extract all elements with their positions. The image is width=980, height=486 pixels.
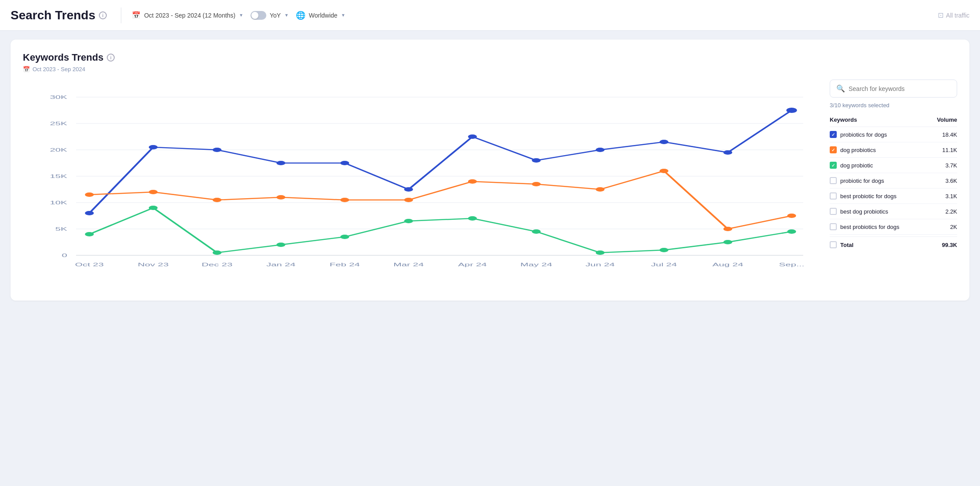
date-dropdown-arrow: ▼: [239, 13, 243, 18]
svg-text:Aug 24: Aug 24: [712, 262, 744, 268]
keywords-selected-count: 3/10 keywords selected: [830, 102, 957, 109]
keyword-search-box[interactable]: 🔍: [830, 80, 957, 98]
keyword-checkbox[interactable]: ✓: [830, 131, 837, 138]
header-controls: 📅 Oct 2023 - Sep 2024 (12 Months) ▼ YoY …: [132, 11, 969, 20]
orange-dot: [213, 198, 221, 202]
keyword-name: dog probiotics: [840, 147, 876, 153]
keyword-volume: 3.6K: [945, 178, 957, 184]
keyword-checkbox[interactable]: ✓: [830, 146, 837, 153]
yoy-toggle-switch[interactable]: [250, 11, 266, 20]
green-dot: [468, 216, 477, 221]
date-range-button[interactable]: 📅 Oct 2023 - Sep 2024 (12 Months) ▼: [132, 11, 243, 19]
svg-text:Mar 24: Mar 24: [393, 262, 424, 268]
blue-dot: [660, 140, 668, 144]
orange-dot: [276, 195, 285, 199]
total-label: Total: [840, 242, 853, 248]
svg-text:May 24: May 24: [520, 262, 552, 268]
svg-text:10K: 10K: [50, 200, 67, 206]
svg-text:30K: 30K: [50, 94, 67, 100]
keyword-volume: 18.4K: [942, 131, 957, 138]
keywords-table: Keywords Volume ✓ probiotics for dogs 18…: [830, 114, 957, 250]
card-title: Keywords Trends i: [23, 52, 957, 63]
card-info-icon[interactable]: i: [107, 54, 115, 62]
keywords-list: ✓ probiotics for dogs 18.4K ✓ dog probio…: [830, 127, 957, 235]
blue-dot-last: [786, 108, 797, 113]
blue-dot: [468, 134, 477, 139]
orange-dot: [723, 227, 732, 231]
card-subtitle: 📅 Oct 2023 - Sep 2024: [23, 66, 957, 73]
svg-text:Nov 23: Nov 23: [138, 262, 168, 268]
svg-text:5K: 5K: [55, 226, 68, 232]
header-divider: [121, 7, 121, 23]
keyword-left: ✓ probiotics for dogs: [830, 131, 887, 138]
keyword-volume: 2.2K: [945, 208, 957, 215]
keyword-row: best probiotics for dogs 2K: [830, 219, 957, 235]
svg-text:25K: 25K: [50, 121, 67, 127]
blue-dot: [276, 161, 285, 165]
title-info-icon[interactable]: i: [99, 11, 107, 19]
total-checkbox[interactable]: [830, 241, 837, 248]
keyword-checkbox[interactable]: [830, 177, 837, 184]
blue-dot: [149, 145, 158, 149]
orange-dot: [404, 198, 413, 202]
keyword-name: probiotics for dogs: [840, 131, 887, 138]
globe-icon: 🌐: [296, 11, 305, 20]
chart-container: 30K 25K 20K 15K 10K 5K 0 Oct 23 Nov 23 D…: [23, 80, 821, 292]
keyword-name: best probiotics for dogs: [840, 224, 899, 230]
keyword-left: best dog probiotics: [830, 208, 888, 215]
blue-dot: [532, 158, 541, 163]
svg-text:Sep...: Sep...: [779, 262, 804, 268]
orange-dot: [595, 187, 604, 192]
page-title: Search Trends i: [11, 8, 107, 22]
keyword-volume: 11.1K: [942, 147, 957, 153]
keyword-search-input[interactable]: [849, 85, 951, 92]
header: Search Trends i 📅 Oct 2023 - Sep 2024 (1…: [0, 0, 980, 31]
svg-text:15K: 15K: [50, 174, 67, 179]
calendar-icon: 📅: [132, 11, 141, 19]
search-icon: 🔍: [836, 84, 845, 93]
worldwide-button[interactable]: 🌐 Worldwide ▼: [296, 11, 345, 20]
green-dot: [660, 248, 668, 252]
keyword-name: best probiotic for dogs: [840, 193, 897, 199]
orange-dot: [468, 179, 477, 184]
keyword-volume: 3.1K: [945, 193, 957, 199]
svg-text:Dec 23: Dec 23: [202, 262, 232, 268]
keyword-checkbox[interactable]: [830, 208, 837, 215]
yoy-label: YoY: [270, 12, 281, 19]
keyword-row: best probiotic for dogs 3.1K: [830, 189, 957, 204]
green-dot: [85, 232, 94, 236]
main-content: Keywords Trends i 📅 Oct 2023 - Sep 2024: [0, 31, 980, 309]
keyword-left: ✓ dog probiotic: [830, 162, 873, 169]
checkbox-check: ✓: [831, 148, 835, 152]
chart-area: 30K 25K 20K 15K 10K 5K 0 Oct 23 Nov 23 D…: [23, 80, 957, 292]
traffic-button[interactable]: ⊡ All traffic: [938, 11, 969, 19]
yoy-dropdown-arrow: ▼: [284, 13, 289, 18]
keyword-checkbox[interactable]: ✓: [830, 162, 837, 169]
blue-dot: [595, 148, 604, 152]
svg-text:0: 0: [62, 253, 68, 258]
svg-text:20K: 20K: [50, 147, 67, 153]
card-title-text: Keywords Trends: [23, 52, 103, 63]
blue-dot: [723, 150, 732, 155]
green-dot: [276, 243, 285, 247]
green-dot: [723, 240, 732, 244]
orange-dot: [660, 169, 668, 173]
green-dot: [340, 235, 349, 239]
sidebar-panel: 🔍 3/10 keywords selected Keywords Volume…: [830, 80, 957, 292]
trend-chart: 30K 25K 20K 15K 10K 5K 0 Oct 23 Nov 23 D…: [23, 80, 821, 290]
calendar-small-icon: 📅: [23, 66, 30, 73]
keyword-name: best dog probiotics: [840, 208, 888, 215]
svg-text:Jun 24: Jun 24: [585, 262, 615, 268]
worldwide-label: Worldwide: [309, 12, 338, 19]
green-line: [89, 208, 791, 253]
keyword-name: probiotic for dogs: [840, 178, 884, 184]
keyword-checkbox[interactable]: [830, 192, 837, 199]
traffic-icon: ⊡: [938, 11, 944, 19]
blue-dot: [340, 161, 349, 165]
orange-dot: [532, 182, 541, 186]
svg-text:Oct 23: Oct 23: [75, 262, 104, 268]
keyword-row: probiotic for dogs 3.6K: [830, 173, 957, 189]
keyword-checkbox[interactable]: [830, 223, 837, 230]
svg-text:Apr 24: Apr 24: [458, 262, 487, 268]
green-dot: [595, 250, 604, 255]
